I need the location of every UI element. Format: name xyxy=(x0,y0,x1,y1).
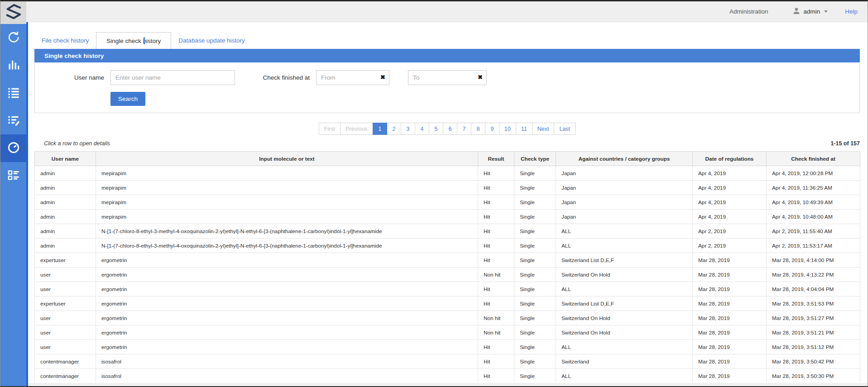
cell-against-countries: ALL xyxy=(556,369,693,383)
cell-check-finished-at: Mar 28, 2019, 3:51:27 PM xyxy=(767,311,860,325)
cell-result: Hit xyxy=(478,253,514,268)
user-menu[interactable]: admin xyxy=(793,7,828,16)
page-button-2[interactable]: 2 xyxy=(387,123,401,135)
sidebar-item-edit-lists[interactable] xyxy=(0,107,26,134)
cell-date-of-regulations: Mar 28, 2019 xyxy=(693,282,767,296)
cell-result: Hit xyxy=(478,224,514,239)
panel-title: Single check history xyxy=(44,53,104,59)
cell-check-finished-at: Mar 28, 2019, 4:13:22 PM xyxy=(767,268,860,282)
cell-check-type: Single xyxy=(514,340,556,354)
app-logo[interactable] xyxy=(0,1,26,24)
cell-date-of-regulations: Mar 28, 2019 xyxy=(693,311,767,325)
cell-result: Hit xyxy=(478,181,514,195)
cell-input-molecule: mepirapim xyxy=(96,181,478,195)
table-row[interactable]: expertuserergometrinHitSingleSwitzerland… xyxy=(35,253,860,268)
app-window: Administration admin Help File check his… xyxy=(0,0,868,387)
sidebar-item-statistics[interactable] xyxy=(0,52,26,79)
table-row[interactable]: adminmepirapimHitSingleJapanApr 4, 2019A… xyxy=(35,210,860,224)
page-button-6[interactable]: 6 xyxy=(443,123,457,135)
cell-user-name: user xyxy=(35,268,96,282)
cell-user-name: admin xyxy=(35,195,96,210)
cell-against-countries: Switzerland List D,E,F xyxy=(556,253,693,268)
cell-check-type: Single xyxy=(514,166,556,181)
tab-file-check-history[interactable]: File check history xyxy=(34,32,96,49)
cell-against-countries: Switzerland On Hold xyxy=(556,325,693,340)
username-input[interactable] xyxy=(110,70,235,85)
tab-single-check-history[interactable]: Single check history xyxy=(96,32,171,49)
sidebar-item-lists[interactable] xyxy=(0,79,26,107)
cell-date-of-regulations: Mar 28, 2019 xyxy=(693,325,767,340)
sidebar-item-history[interactable] xyxy=(0,134,26,162)
panel-header: Single check history xyxy=(34,49,860,62)
cell-check-type: Single xyxy=(514,268,556,282)
cell-against-countries: Switzerland On Hold xyxy=(556,268,693,282)
column-header-input-molecule: Input molecule or text xyxy=(96,152,478,166)
page-button-10[interactable]: 10 xyxy=(499,123,516,135)
tab-database-update-history[interactable]: Database update history xyxy=(171,32,252,49)
administration-link[interactable]: Administration xyxy=(729,8,768,15)
cell-check-finished-at: Mar 28, 2019, 3:50:30 PM xyxy=(767,369,860,383)
cell-input-molecule: ergometrin xyxy=(96,296,478,311)
table-row[interactable]: userergometrinNon hitSingleSwitzerland O… xyxy=(35,311,860,325)
page-button-last[interactable]: Last xyxy=(554,123,575,135)
clear-from-icon[interactable]: ✖ xyxy=(380,74,385,81)
table-row[interactable]: adminmepirapimHitSingleJapanApr 4, 2019A… xyxy=(35,195,860,210)
search-button[interactable]: Search xyxy=(110,92,145,106)
cell-user-name: user xyxy=(35,325,96,340)
cell-check-finished-at: Mar 28, 2019, 3:51:12 PM xyxy=(767,340,860,354)
table-row[interactable]: userergometrinHitSingleALLMar 28, 2019Ma… xyxy=(35,340,860,354)
cell-result: Hit xyxy=(478,282,514,296)
page-button-next[interactable]: Next xyxy=(532,123,555,135)
table-row[interactable]: contentmanagerisosafrolHitSingleALLMar 2… xyxy=(35,369,860,383)
cell-check-finished-at: Mar 28, 2019, 3:51:53 PM xyxy=(767,296,860,311)
from-date-input[interactable] xyxy=(316,70,389,85)
table-row[interactable]: userergometrinNon hitSingleSwitzerland O… xyxy=(35,268,860,282)
table-row[interactable]: adminmepirapimHitSingleJapanApr 4, 2019A… xyxy=(35,166,860,181)
help-link[interactable]: Help xyxy=(845,8,858,15)
page-button-3[interactable]: 3 xyxy=(401,123,415,135)
table-row[interactable]: adminN-[1-(7-chloro-8-ethyl-3-methyl-4-o… xyxy=(35,239,860,253)
range-text: 1-15 of 157 xyxy=(830,140,860,147)
table-row[interactable]: userergometrinNon hitSingleSwitzerland O… xyxy=(35,325,860,340)
page-button-8[interactable]: 8 xyxy=(471,123,485,135)
content: File check historySingle check historyDa… xyxy=(26,22,860,383)
cell-check-type: Single xyxy=(514,181,556,195)
cell-date-of-regulations: Apr 2, 2019 xyxy=(693,224,767,239)
cell-result: Hit xyxy=(478,239,514,253)
cell-date-of-regulations: Mar 28, 2019 xyxy=(693,340,767,354)
tab-label: Database update history xyxy=(178,37,245,44)
cell-result: Hit xyxy=(478,340,514,354)
cell-date-of-regulations: Mar 28, 2019 xyxy=(693,253,767,268)
page-button-1[interactable]: 1 xyxy=(373,123,387,135)
column-header-date-of-regulations: Date of regulations xyxy=(693,152,767,166)
page-button-5[interactable]: 5 xyxy=(429,123,443,135)
cell-user-name: contentmanager xyxy=(35,354,96,369)
cell-check-finished-at: Mar 28, 2019, 3:50:42 PM xyxy=(767,354,860,369)
to-date-input[interactable] xyxy=(408,70,487,85)
table-row[interactable]: userergometrinHitSingleALLMar 28, 2019Ma… xyxy=(35,282,860,296)
cell-check-type: Single xyxy=(514,311,556,325)
table-row[interactable]: adminmepirapimHitSingleJapanApr 4, 2019A… xyxy=(35,181,860,195)
column-header-check-finished-at: Check finished at xyxy=(767,152,860,166)
sidebar-item-reports[interactable] xyxy=(0,162,26,190)
cell-check-type: Single xyxy=(514,354,556,369)
cell-check-type: Single xyxy=(514,239,556,253)
clear-to-icon[interactable]: ✖ xyxy=(478,74,483,81)
check-finished-label: Check finished at xyxy=(258,70,310,85)
page-button-4[interactable]: 4 xyxy=(415,123,429,135)
sidebar-item-check[interactable] xyxy=(0,24,26,52)
cell-user-name: expertuser xyxy=(35,296,96,311)
list-icon xyxy=(7,86,20,100)
table-row[interactable]: contentmanagerisosafrolHitSingleSwitzerl… xyxy=(35,354,860,369)
table-row[interactable]: adminN-[1-(7-chloro-8-ethyl-3-methyl-4-o… xyxy=(35,224,860,239)
page-button-7[interactable]: 7 xyxy=(457,123,471,135)
cell-check-finished-at: Mar 28, 2019, 4:04:04 PM xyxy=(767,282,860,296)
tab-label: File check history xyxy=(42,37,89,44)
table-row[interactable]: expertuserergometrinHitSingleSwitzerland… xyxy=(35,296,860,311)
page-button-9[interactable]: 9 xyxy=(485,123,499,135)
cell-date-of-regulations: Mar 28, 2019 xyxy=(693,296,767,311)
page-button-11[interactable]: 11 xyxy=(516,123,532,135)
cell-result: Hit xyxy=(478,369,514,383)
main-area: Administration admin Help File check his… xyxy=(26,1,868,386)
cell-check-finished-at: Apr 4, 2019, 11:36:25 AM xyxy=(767,181,860,195)
